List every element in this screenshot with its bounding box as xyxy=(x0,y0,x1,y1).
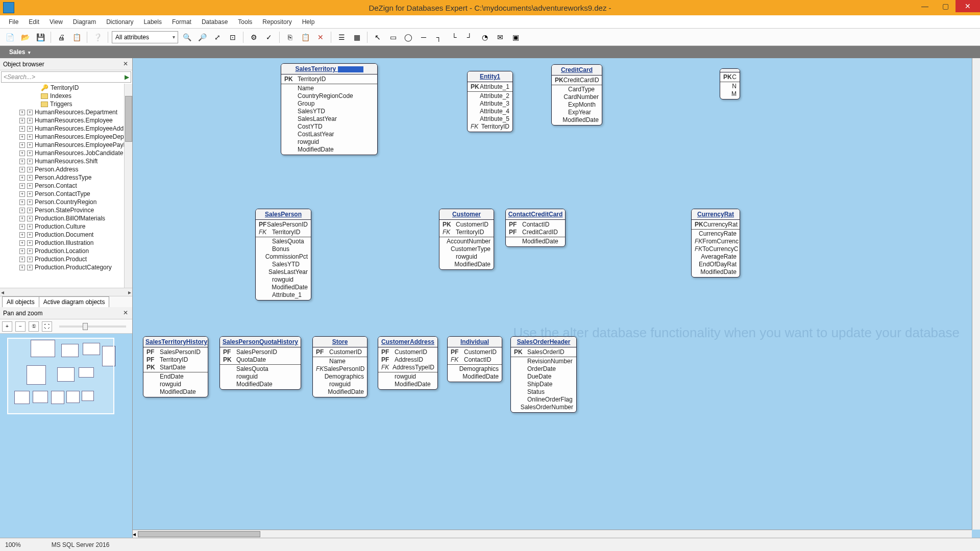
search-go-icon[interactable]: ▶ xyxy=(125,73,129,81)
object-tree[interactable]: 🔑TerritoryIDIndexesTriggers ++HumanResou… xyxy=(0,84,132,288)
tree-item[interactable]: ++Person.StateProvince xyxy=(8,206,132,214)
tree-item[interactable]: Triggers xyxy=(8,100,132,108)
menu-labels[interactable]: Labels xyxy=(139,16,166,28)
rel2-icon[interactable]: ─ xyxy=(417,31,430,44)
help-icon[interactable]: ❔ xyxy=(91,31,104,44)
tree-hscrollbar[interactable]: ◂▸ xyxy=(0,288,132,296)
tree-item[interactable]: ++HumanResources.EmployeeAdd xyxy=(8,124,132,133)
menu-file[interactable]: File xyxy=(4,16,23,28)
zoom-in-icon[interactable]: + xyxy=(2,321,12,332)
tree-item[interactable]: ++Production.Document xyxy=(8,231,132,239)
entity-currencyRate[interactable]: CurrencyRatPKCurrencyRatCurrencyRateFKFr… xyxy=(691,209,740,278)
menu-view[interactable]: View xyxy=(45,16,67,28)
menu-diagram[interactable]: Diagram xyxy=(68,16,101,28)
tab-sales[interactable]: Sales xyxy=(3,47,37,57)
tab-all-objects[interactable]: All objects xyxy=(2,296,39,307)
note-icon[interactable]: ◔ xyxy=(478,31,492,44)
print-preview-icon[interactable]: 📋 xyxy=(70,31,83,44)
tree-item[interactable]: ++Person.CountryRegion xyxy=(8,198,132,206)
stamp-icon[interactable]: ✉ xyxy=(494,31,507,44)
close-panel-icon[interactable]: ✕ xyxy=(121,59,130,68)
entity-salesTerritoryHistory[interactable]: SalesTerritoryHistoryPFSalesPersonIDPFTe… xyxy=(143,336,208,397)
save-icon[interactable]: 💾 xyxy=(34,31,47,44)
entity-store[interactable]: StorePFCustomerIDNameFKSalesPersonIDDemo… xyxy=(312,336,368,397)
tree-vscrollbar[interactable] xyxy=(124,84,132,288)
view-icon[interactable]: ▣ xyxy=(509,31,522,44)
copy-icon[interactable]: ⎘ xyxy=(283,31,297,44)
zoom-slider[interactable] xyxy=(59,325,126,328)
maximize-button[interactable]: ▢ xyxy=(935,0,955,12)
entity-customerAddress[interactable]: CustomerAddressPFCustomerIDPFAddressIDFK… xyxy=(378,336,438,390)
minimap[interactable] xyxy=(0,334,132,538)
menu-edit[interactable]: Edit xyxy=(24,16,44,28)
tree-item[interactable]: ++HumanResources.JobCandidate xyxy=(8,149,132,157)
pointer-icon[interactable]: ↖ xyxy=(371,31,384,44)
canvas-vscrollbar[interactable] xyxy=(972,58,980,530)
open-icon[interactable]: 📂 xyxy=(18,31,32,44)
tree-item[interactable]: Indexes xyxy=(8,92,132,100)
entity-entity1[interactable]: Entity1PKAttribute_1Attribute_2Attribute… xyxy=(467,71,513,132)
entity-salesTerritory[interactable]: SalesTerritory PKTerritoryIDNameCountryR… xyxy=(281,63,378,155)
entity-creditCard[interactable]: CreditCardPKCreditCardIDCardTypeCardNumb… xyxy=(551,64,602,126)
rel5-icon[interactable]: ┘ xyxy=(463,31,476,44)
tree-item[interactable]: ++Production.Location xyxy=(8,247,132,255)
menu-database[interactable]: Database xyxy=(197,16,232,28)
chevron-down-icon[interactable] xyxy=(28,48,31,56)
tree-item[interactable]: ++Person.ContactType xyxy=(8,190,132,198)
generate-icon[interactable]: ⚙ xyxy=(247,31,260,44)
diagram-canvas[interactable]: SalesTerritory PKTerritoryIDNameCountryR… xyxy=(133,58,980,538)
delete-icon[interactable]: ✕ xyxy=(314,31,327,44)
menu-help[interactable]: Help xyxy=(298,16,320,28)
entity-individual[interactable]: IndividualPFCustomerIDFKContactIDDemogra… xyxy=(447,336,502,382)
entity-contactCreditCard[interactable]: ContactCreditCardPFContactIDPFCreditCard… xyxy=(505,209,566,247)
zoom-fit-icon[interactable]: ⤢ xyxy=(211,31,224,44)
zoom-fit-icon[interactable]: ⛶ xyxy=(42,321,52,332)
print-icon[interactable]: 🖨 xyxy=(55,31,68,44)
tree-item[interactable]: ++Person.AddressType xyxy=(8,173,132,182)
tree-item[interactable]: ++HumanResources.EmployeePayH xyxy=(8,141,132,149)
search-input[interactable]: <Search...> ▶ xyxy=(1,71,131,83)
rel3-icon[interactable]: ┐ xyxy=(432,31,446,44)
zoom-out-icon[interactable]: − xyxy=(15,321,26,332)
menu-format[interactable]: Format xyxy=(167,16,196,28)
zoom-out-icon[interactable]: 🔎 xyxy=(195,31,209,44)
entity-cutoff[interactable]: PKCNM xyxy=(720,68,740,99)
validate-icon[interactable]: ✓ xyxy=(262,31,276,44)
entity-salesPersonQuotaHistory[interactable]: SalesPersonQuotaHistoryPFSalesPersonIDPK… xyxy=(219,336,301,390)
entity-tool-icon[interactable]: ▭ xyxy=(386,31,400,44)
tree-item[interactable]: ++HumanResources.Shift xyxy=(8,157,132,165)
menu-repository[interactable]: Repository xyxy=(258,16,296,28)
tree-item[interactable]: ++Person.Contact xyxy=(8,182,132,190)
minimize-button[interactable]: — xyxy=(915,0,935,12)
canvas-hscrollbar[interactable]: ◂ xyxy=(133,530,972,538)
attribute-filter-combo[interactable]: All attributes xyxy=(112,31,178,43)
entity-salesOrderHeader[interactable]: SalesOrderHeaderPKSalesOrderIDRevisionNu… xyxy=(510,336,577,413)
rel4-icon[interactable]: └ xyxy=(448,31,461,44)
layout-icon[interactable]: ▦ xyxy=(350,31,363,44)
tree-item[interactable]: ++Person.Address xyxy=(8,165,132,173)
tree-item[interactable]: ++HumanResources.Employee xyxy=(8,116,132,124)
menu-tools[interactable]: Tools xyxy=(233,16,257,28)
align-icon[interactable]: ☰ xyxy=(335,31,348,44)
tree-item[interactable]: ++HumanResources.Department xyxy=(8,108,132,116)
entity-salesPerson[interactable]: SalesPersonPFSalesPersonIDFKTerritoryIDS… xyxy=(255,209,311,300)
tree-item[interactable]: ++Production.Illustration xyxy=(8,239,132,247)
close-button[interactable]: ✕ xyxy=(955,0,980,12)
menu-dictionary[interactable]: Dictionary xyxy=(102,16,138,28)
new-icon[interactable]: 📄 xyxy=(3,31,16,44)
tree-item[interactable]: ++Production.Culture xyxy=(8,222,132,231)
entity-customer[interactable]: CustomerPKCustomerIDFKTerritoryIDAccount… xyxy=(439,209,494,270)
rel1-icon[interactable]: ◯ xyxy=(402,31,415,44)
tree-item[interactable]: ++HumanResources.EmployeeDep xyxy=(8,133,132,141)
tree-item[interactable]: ++Production.ProductCategory xyxy=(8,263,132,271)
tree-item[interactable]: ++Production.BillOfMaterials xyxy=(8,214,132,222)
paste-icon[interactable]: 📋 xyxy=(299,31,312,44)
tree-item[interactable]: ++Production.Product xyxy=(8,255,132,263)
zoom-100-icon[interactable]: ① xyxy=(29,321,39,332)
zoom-in-icon[interactable]: 🔍 xyxy=(180,31,193,44)
tree-item[interactable]: 🔑TerritoryID xyxy=(8,84,132,92)
tab-active-diagram[interactable]: Active diagram objects xyxy=(39,296,110,307)
zoom-actual-icon[interactable]: ⊡ xyxy=(226,31,239,44)
close-panzoom-icon[interactable]: ✕ xyxy=(121,308,130,317)
entity-attr: ModifiedDate xyxy=(313,388,367,396)
